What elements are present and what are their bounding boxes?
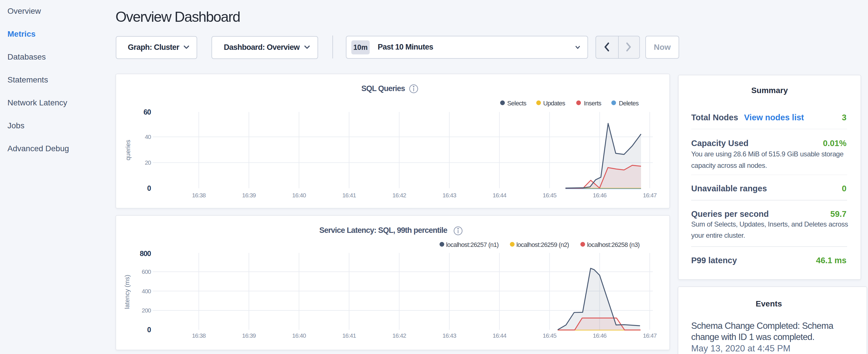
svg-text:16:43: 16:43: [442, 332, 456, 339]
svg-text:16:43: 16:43: [442, 192, 456, 198]
svg-text:16:46: 16:46: [593, 332, 607, 339]
svg-text:16:42: 16:42: [392, 192, 406, 198]
svg-text:16:45: 16:45: [543, 332, 557, 339]
svg-text:16:41: 16:41: [342, 192, 356, 198]
svg-text:localhost:26257 (n1): localhost:26257 (n1): [446, 241, 499, 248]
svg-text:200: 200: [142, 307, 151, 314]
svg-text:16:47: 16:47: [643, 332, 657, 339]
svg-text:queries: queries: [124, 140, 131, 160]
svg-text:localhost:26259 (n2): localhost:26259 (n2): [517, 241, 569, 248]
svg-text:0: 0: [147, 184, 151, 192]
svg-text:0: 0: [147, 326, 151, 334]
svg-text:Service Latency: SQL, 99th per: Service Latency: SQL, 99th percentile: [319, 226, 447, 234]
svg-text:localhost:26258 (n3): localhost:26258 (n3): [587, 241, 640, 248]
svg-text:Inserts: Inserts: [584, 100, 601, 107]
svg-text:Selects: Selects: [507, 100, 526, 107]
svg-text:16:40: 16:40: [292, 192, 306, 198]
svg-text:800: 800: [140, 250, 151, 257]
svg-text:16:39: 16:39: [242, 192, 256, 198]
svg-text:Deletes: Deletes: [619, 100, 639, 107]
svg-text:16:38: 16:38: [192, 192, 206, 198]
svg-text:400: 400: [142, 288, 151, 294]
svg-text:20: 20: [145, 159, 151, 166]
svg-text:40: 40: [145, 133, 151, 140]
svg-text:16:39: 16:39: [242, 332, 256, 339]
svg-text:16:38: 16:38: [192, 332, 206, 339]
svg-text:latency (ms): latency (ms): [124, 275, 131, 309]
svg-text:16:46: 16:46: [593, 192, 607, 198]
svg-text:16:44: 16:44: [493, 332, 507, 339]
svg-text:SQL Queries: SQL Queries: [361, 84, 405, 93]
svg-text:16:45: 16:45: [543, 192, 557, 198]
svg-text:Updates: Updates: [543, 100, 565, 107]
svg-text:16:41: 16:41: [342, 332, 356, 339]
svg-text:16:47: 16:47: [643, 192, 657, 198]
svg-text:16:44: 16:44: [493, 192, 507, 198]
svg-text:600: 600: [142, 268, 151, 275]
svg-text:16:40: 16:40: [292, 332, 306, 339]
svg-text:60: 60: [144, 108, 151, 116]
svg-text:16:42: 16:42: [392, 332, 406, 339]
